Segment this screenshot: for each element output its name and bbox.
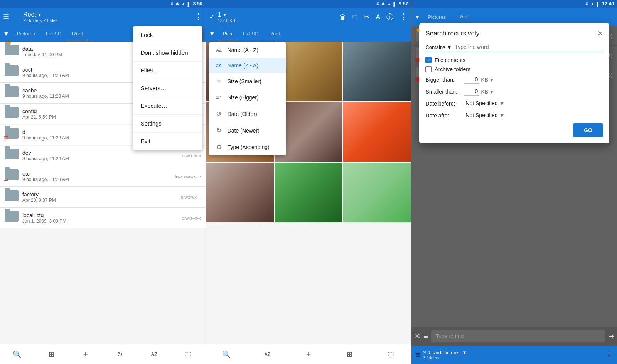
bottom-more-icon[interactable]: ⋮ — [605, 350, 613, 360]
add-button-1[interactable]: + — [78, 347, 93, 362]
tab-root-2[interactable]: Root — [265, 28, 285, 40]
go-button[interactable]: GO — [573, 123, 603, 137]
tab-pictures-1[interactable]: Pictures — [12, 28, 40, 40]
grid-button-1[interactable]: ⊞ — [44, 347, 59, 362]
menu-item-settings[interactable]: Settings — [133, 115, 202, 133]
refresh-button-1[interactable]: ↻ — [112, 347, 128, 362]
chevron-icon[interactable]: ▼ — [38, 13, 42, 17]
folder-icon-config — [5, 107, 19, 121]
cut-icon[interactable]: ✂ — [364, 13, 369, 21]
search-button-1[interactable]: 🔍 — [9, 347, 25, 362]
chevron-icon-2[interactable]: ▼ — [223, 13, 227, 17]
tab-root-1[interactable]: Root — [67, 28, 87, 40]
sort-size-s-icon: ≡ — [215, 78, 223, 85]
signal-icon-2: ▲ — [387, 2, 391, 6]
bottom-search-bar: ✕ ≡ Type to find ↪ — [411, 327, 617, 346]
close-search-icon[interactable]: ✕ — [415, 332, 420, 341]
tab-pictures-3[interactable]: Pictures — [423, 11, 450, 23]
user-icon: 👤 — [12, 13, 20, 21]
date-after-row: Date after: Not Specified ▼ — [425, 111, 603, 119]
file-name: dev — [22, 150, 182, 156]
list-item[interactable]: ↩ etc 9 hours ago, 11:23 AM lrwxrwxrwx -… — [0, 166, 206, 187]
dropdown-menu-1: Lock Don't show hidden Filter… Servers… … — [133, 26, 202, 150]
arrow-right-icon[interactable]: ↪ — [608, 332, 614, 341]
menu-item-filter[interactable]: Filter… — [133, 62, 202, 79]
sort-item-name-az[interactable]: AZ Name (A - Z) — [209, 42, 286, 58]
sort-dropdown: AZ Name (A - Z) ZA Name (Z - A) ≡ Size (… — [209, 42, 286, 155]
add-button-2[interactable]: + — [301, 347, 316, 362]
bigger-than-value[interactable]: 0 — [464, 75, 479, 84]
list-item[interactable]: factory Apr 20, 8:37 PM drwxrwx--- — [0, 187, 206, 208]
rename-icon[interactable]: A — [376, 13, 380, 21]
panel-2: # ✱ ▲ ▌ 9:57 ✓ 1 ▼ 132.8 KB 🗑 ⧉ ✂ A ⓘ ⋮ … — [206, 0, 412, 364]
search-row: Contains ▼ — [425, 44, 603, 52]
sort-az-button-2[interactable]: AZ — [260, 347, 275, 362]
close-icon[interactable]: ✕ — [597, 29, 603, 38]
sort-item-name-za[interactable]: ZA Name (Z - A) — [209, 58, 286, 73]
photo-cell-3[interactable] — [343, 42, 411, 101]
more-icon-2[interactable]: ⋮ — [400, 12, 408, 22]
list-item[interactable]: local_cfg Jan 1, 2009, 3:00 PM drwxr-xr-… — [0, 208, 206, 228]
selection-count: 1 — [218, 11, 221, 18]
folder-icon-factory — [5, 190, 19, 204]
photo-cell-6[interactable] — [343, 102, 411, 162]
path-chevron-icon[interactable]: ▼ — [462, 350, 467, 356]
search-word-input[interactable] — [455, 44, 603, 50]
filter-dropdown[interactable]: Contains ▼ — [425, 44, 452, 50]
sort-item-date-older[interactable]: ↺ Date (Older) — [209, 106, 286, 122]
tab-arrow-1[interactable]: ▼ — [3, 30, 9, 37]
date-before-value[interactable]: Not Specified — [464, 99, 499, 107]
sort-item-date-newer[interactable]: ↻ Date (Newer) — [209, 122, 286, 139]
select-button-2[interactable]: ⬚ — [383, 347, 398, 362]
menu-item-execute[interactable]: Execute… — [133, 97, 202, 115]
more-icon-1[interactable]: ⋮ — [194, 12, 202, 22]
sort-item-size-bigger[interactable]: ≡↑ Size (Bigger) — [209, 89, 286, 106]
photo-cell-7[interactable] — [206, 163, 274, 222]
photo-cell-8[interactable] — [275, 163, 342, 222]
selection-size: 132.8 KB — [218, 18, 337, 23]
menu-item-hidden[interactable]: Don't show hidden — [133, 44, 202, 62]
tab-root-3[interactable]: Root — [453, 11, 473, 23]
delete-icon[interactable]: 🗑 — [339, 13, 346, 21]
battery-icon-3: ▌ — [597, 2, 600, 6]
bigger-unit-chevron-icon: ▼ — [489, 77, 494, 83]
copy-icon[interactable]: ⧉ — [352, 13, 357, 21]
file-date: Jan 1, 2009, 3:00 PM — [22, 218, 182, 224]
sort-item-type-asc[interactable]: ⚙ Type (Ascending) — [209, 139, 286, 155]
bigger-than-unit[interactable]: KB ▼ — [481, 77, 494, 83]
menu-lines-icon[interactable]: ≡ — [423, 332, 428, 341]
sort-name-az-label: Name (A - Z) — [228, 47, 258, 53]
date-before-chevron-icon[interactable]: ▼ — [499, 101, 505, 107]
date-after-chevron-icon[interactable]: ▼ — [499, 112, 505, 119]
hamburger-icon[interactable]: ☰ — [3, 13, 9, 21]
select-button-1[interactable]: ⬚ — [180, 347, 196, 362]
grid-button-2[interactable]: ⊞ — [342, 347, 357, 362]
tab-arrow-2[interactable]: ▼ — [209, 30, 215, 37]
tab-extsd-2[interactable]: Ext SD — [238, 28, 263, 40]
tab-extsd-1[interactable]: Ext SD — [41, 28, 66, 40]
sort-az-button-1[interactable]: AZ — [146, 347, 162, 362]
bottom-menu-icon[interactable]: ≡ — [415, 351, 420, 359]
date-before-label: Date before: — [425, 101, 464, 107]
find-input[interactable]: Type to find — [431, 330, 605, 342]
date-after-value[interactable]: Not Specified — [464, 111, 499, 119]
smaller-than-value[interactable]: 0 — [464, 87, 479, 96]
search-button-2[interactable]: 🔍 — [219, 347, 234, 362]
menu-item-servers[interactable]: Servers… — [133, 79, 202, 97]
chevron-down-icon-3[interactable]: ▼ — [415, 14, 420, 20]
file-perm: drwxr-xr-x — [182, 216, 201, 220]
dialog-title: Search recursively ✕ — [425, 29, 603, 38]
archive-folders-checkbox[interactable] — [425, 66, 432, 72]
info-icon[interactable]: ⓘ — [386, 12, 393, 22]
smaller-than-unit[interactable]: KB ▼ — [481, 89, 494, 95]
filter-label: Contains — [425, 44, 445, 50]
signal-icon-3: ▲ — [590, 2, 595, 6]
file-contents-checkbox[interactable]: ✓ — [425, 57, 432, 63]
status-hash-2: # — [377, 2, 379, 6]
menu-item-exit[interactable]: Exit — [133, 133, 202, 150]
photo-cell-9[interactable] — [343, 163, 411, 222]
file-perm: lrwxrwxrwx -> — [175, 174, 201, 179]
tab-pics-2[interactable]: Pics — [218, 28, 237, 40]
sort-item-size-smaller[interactable]: ≡ Size (Smaller) — [209, 73, 286, 89]
menu-item-lock[interactable]: Lock — [133, 26, 202, 44]
